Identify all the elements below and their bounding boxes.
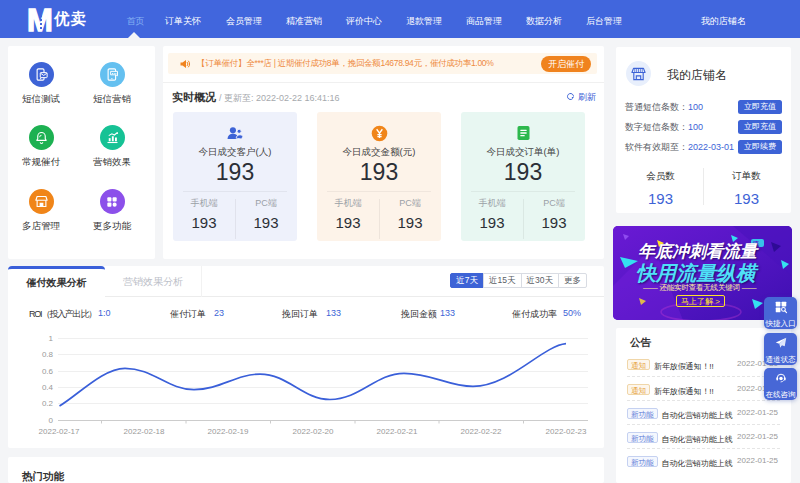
svg-text:0: 0 [49, 416, 54, 425]
svg-text:2022-02-17: 2022-02-17 [39, 427, 80, 436]
svg-text:0.4: 0.4 [42, 383, 54, 392]
svg-text:0.2: 0.2 [42, 399, 54, 408]
svg-text:2022-02-22: 2022-02-22 [461, 427, 502, 436]
svg-text:0.8: 0.8 [42, 350, 54, 359]
svg-text:2022-02-23: 2022-02-23 [546, 427, 587, 436]
svg-text:2022-02-20: 2022-02-20 [293, 427, 334, 436]
svg-text:1: 1 [49, 334, 54, 343]
svg-text:2022-02-18: 2022-02-18 [124, 427, 165, 436]
svg-text:2022-02-19: 2022-02-19 [208, 427, 249, 436]
svg-text:0.6: 0.6 [42, 367, 54, 376]
svg-text:2022-02-21: 2022-02-21 [377, 427, 418, 436]
